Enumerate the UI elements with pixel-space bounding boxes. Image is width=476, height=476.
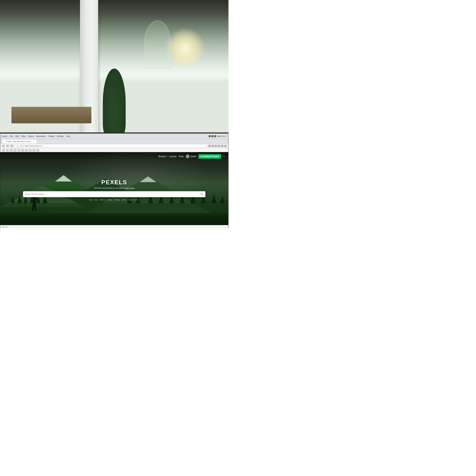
- menu-chrome[interactable]: hrome: [2, 135, 7, 137]
- tools-nav-item[interactable]: Tools: [179, 155, 183, 158]
- suggest-phone[interactable]: phone: [122, 199, 126, 201]
- bookmark-4[interactable]: [13, 149, 16, 152]
- secure-label: Secure: [19, 145, 24, 147]
- extension-icon-2[interactable]: [215, 145, 217, 147]
- bottom-bar: Searches: [0, 225, 228, 228]
- bookmark-10[interactable]: [36, 149, 39, 152]
- address-right-icons: [208, 145, 227, 147]
- menu-people[interactable]: People: [49, 135, 54, 137]
- refresh-button[interactable]: ↻: [10, 144, 13, 147]
- bookmark-1[interactable]: [2, 149, 5, 152]
- bookmark-5[interactable]: [17, 149, 20, 152]
- active-tab[interactable]: ● Pexels · Best Free Stock Photos ✕: [2, 139, 37, 143]
- tab-label: Pexels · Best Free Stock Photos: [7, 140, 31, 142]
- menu-history[interactable]: History: [28, 135, 34, 137]
- menu-edit[interactable]: Edit: [16, 135, 19, 137]
- back-button[interactable]: ←: [2, 144, 5, 147]
- bookmark-6[interactable]: [21, 149, 24, 152]
- svg-point-13: [187, 155, 188, 157]
- menu-file[interactable]: File: [10, 135, 13, 137]
- menu-bookmarks[interactable]: Bookmarks: [36, 135, 46, 137]
- extension-icon-5[interactable]: [224, 145, 227, 147]
- bookmark-9[interactable]: [32, 149, 35, 152]
- suggest-wood[interactable]: wood: [128, 199, 132, 201]
- clock: Wed 16:15: [218, 135, 227, 137]
- search-input[interactable]: [25, 193, 199, 195]
- browse-nav-item[interactable]: Browse ▾: [159, 155, 167, 158]
- browser-system-area: Wed 16:15: [209, 135, 227, 137]
- bottom-bar-text: Searches: [2, 226, 8, 228]
- subtitle-text: Best free stock photos in one place.: [94, 187, 124, 189]
- tab-close-icon[interactable]: ✕: [33, 140, 34, 142]
- suggested-searches: house blur training vintage meeting phon…: [23, 199, 205, 201]
- suggest-house[interactable]: house: [89, 199, 93, 201]
- user-menu[interactable]: Daniel: [186, 154, 196, 158]
- hero-content: PEXELS Best free stock photos in one pla…: [23, 179, 205, 201]
- screen-container: hrome File Edit View History Bookmarks P…: [0, 133, 228, 228]
- office-background: [0, 0, 228, 137]
- browse-dropdown-icon: ▾: [166, 155, 167, 157]
- bookmark-7[interactable]: [25, 149, 28, 152]
- browse-label: Browse: [159, 155, 166, 158]
- secure-icon: 🔒: [17, 145, 18, 147]
- svg-point-14: [186, 157, 189, 158]
- hero-subtitle: Best free stock photos in one place. Lea…: [23, 187, 205, 189]
- menu-help[interactable]: Help: [66, 135, 70, 137]
- volume-icon: [214, 135, 216, 137]
- suggest-meeting[interactable]: meeting: [114, 199, 120, 201]
- office-bg-image: [0, 0, 228, 137]
- browser-menu-items: hrome File Edit View History Bookmarks P…: [2, 135, 207, 137]
- site-navigation: Browse ▾ License Tools Daniel: [0, 152, 228, 161]
- more-options-icon[interactable]: ···: [223, 155, 226, 158]
- pexels-website: Browse ▾ License Tools Daniel: [0, 152, 228, 228]
- site-title: PEXELS: [23, 179, 205, 186]
- system-icons: [209, 135, 216, 137]
- plant-silhouette: [103, 68, 126, 137]
- address-bar: ← → ↻ 🔒 Secure https://www.pexels.com: [0, 144, 228, 148]
- forward-button[interactable]: →: [6, 144, 9, 147]
- license-nav-item[interactable]: License: [169, 155, 176, 158]
- extension-icon-3[interactable]: [218, 145, 220, 147]
- bookmark-2[interactable]: [6, 149, 9, 152]
- extension-icon-1[interactable]: [211, 145, 214, 147]
- bookmark-8[interactable]: [29, 149, 32, 152]
- extension-icon-4[interactable]: [221, 145, 223, 147]
- url-bar[interactable]: 🔒 Secure https://www.pexels.com: [15, 144, 207, 148]
- wifi-icon: [209, 135, 211, 137]
- search-bar[interactable]: 🔍: [23, 191, 205, 197]
- search-icon: 🔍: [200, 193, 203, 195]
- bookmark-3[interactable]: [10, 149, 13, 152]
- tab-bar: ● Pexels · Best Free Stock Photos ✕: [0, 139, 228, 144]
- suggest-more[interactable]: more →: [134, 199, 140, 201]
- menu-window[interactable]: Window: [57, 135, 64, 137]
- browser-menu-bar: hrome File Edit View History Bookmarks P…: [0, 134, 228, 139]
- hero-section: Browse ▾ License Tools Daniel: [0, 152, 228, 228]
- suggest-vintage[interactable]: vintage: [107, 199, 112, 201]
- screen-inner: hrome File Edit View History Bookmarks P…: [0, 134, 228, 228]
- menu-view[interactable]: View: [21, 135, 25, 137]
- user-avatar: [186, 154, 189, 158]
- contribute-photos-button[interactable]: Contribute Photos: [198, 154, 221, 159]
- desk: [11, 107, 91, 123]
- bookmarks-bar: [0, 148, 228, 152]
- bookmark-star-icon[interactable]: [208, 145, 211, 147]
- url-text: https://www.pexels.com: [25, 145, 43, 147]
- window-arch: [144, 20, 171, 68]
- learn-more-link[interactable]: Learn more: [125, 187, 135, 189]
- battery-icon: [211, 135, 213, 137]
- user-name: Daniel: [190, 155, 196, 158]
- suggest-blur[interactable]: blur: [95, 199, 98, 201]
- more-label: more →: [134, 199, 140, 201]
- suggest-training[interactable]: training: [100, 199, 105, 201]
